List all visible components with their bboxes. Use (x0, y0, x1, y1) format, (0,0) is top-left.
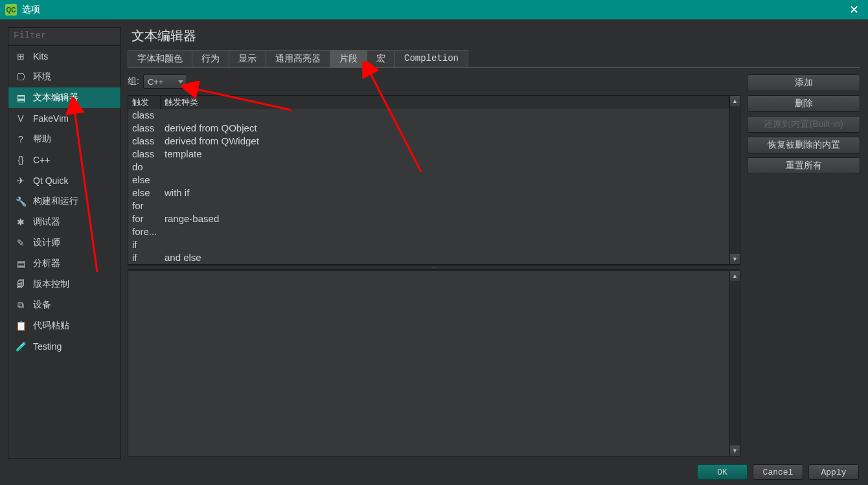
cell-trigger: if (132, 251, 165, 264)
table-row[interactable]: for (132, 199, 729, 212)
sidebar-item-analyzer[interactable]: ▤分析器 (8, 253, 120, 274)
pencil-icon: ✎ (15, 238, 27, 248)
tab-snippets[interactable]: 片段 (330, 50, 367, 67)
table-row[interactable]: forrange-based (132, 212, 729, 225)
sidebar-item-label: 构建和运行 (33, 196, 78, 207)
filter-input[interactable]: Filter (8, 28, 120, 46)
sidebar-item-help[interactable]: ?帮助 (8, 129, 120, 150)
sidebar-item-environment[interactable]: 🖵环境 (8, 67, 120, 87)
apply-button[interactable]: Apply (808, 464, 859, 480)
dialog-footer: OK Cancel Apply (0, 459, 868, 485)
table-row[interactable]: class (132, 109, 729, 122)
clipboard-icon: 📋 (15, 321, 27, 331)
help-icon: ? (15, 134, 27, 144)
sidebar-item-label: 调试器 (33, 216, 60, 228)
cell-trigger: do (132, 161, 165, 174)
restore-builtin-button: 还原到内置(Built-in) (747, 116, 860, 133)
tab-macros[interactable]: 宏 (367, 50, 395, 67)
table-row[interactable]: else (132, 174, 729, 186)
sidebar-item-qtquick[interactable]: ✈Qt Quick (8, 170, 120, 191)
sidebar-item-testing[interactable]: 🧪Testing (8, 336, 120, 357)
add-button[interactable]: 添加 (747, 74, 860, 91)
sidebar-item-label: 设备 (33, 299, 51, 311)
kits-icon: ⊞ (15, 51, 27, 62)
sidebar-item-text-editor[interactable]: ▤文本编辑器 (8, 87, 120, 108)
tab-font-colors[interactable]: 字体和颜色 (128, 50, 192, 67)
table-row[interactable]: classderived from QObject (132, 122, 729, 135)
sidebar-item-label: 代码粘贴 (33, 320, 69, 332)
tab-behavior[interactable]: 行为 (192, 50, 229, 67)
preview-scrollbar[interactable]: ▲ ▼ (729, 271, 740, 456)
sidebar-item-label: Testing (33, 341, 62, 352)
tab-bar: 字体和颜色 行为 显示 通用高亮器 片段 宏 Completion (128, 50, 860, 68)
sidebar-item-cpp[interactable]: {}C++ (8, 150, 120, 170)
tab-display[interactable]: 显示 (229, 50, 266, 67)
wrench-icon: 🔧 (15, 196, 27, 207)
table-row[interactable]: classderived from QWidget (132, 135, 729, 148)
sidebar-list: ⊞Kits 🖵环境 ▤文本编辑器 VFakeVim ?帮助 {}C++ ✈Qt … (8, 46, 120, 458)
cell-trigger: else (132, 174, 165, 186)
remove-button[interactable]: 删除 (747, 95, 860, 112)
sidebar-item-label: 环境 (33, 71, 51, 83)
table-row[interactable]: do (132, 161, 729, 174)
document-icon: ▤ (15, 93, 27, 103)
sidebar-item-designer[interactable]: ✎设计师 (8, 232, 120, 253)
sidebar-item-kits[interactable]: ⊞Kits (8, 46, 120, 67)
close-icon[interactable]: ✕ (845, 3, 863, 17)
table-row[interactable]: elsewith if (132, 186, 729, 199)
cell-variant (165, 174, 729, 186)
sidebar-item-version-control[interactable]: 🗐版本控制 (8, 274, 120, 295)
cell-trigger: for (132, 212, 165, 225)
sidebar-item-code-paste[interactable]: 📋代码粘贴 (8, 315, 120, 336)
cell-variant: with if (165, 186, 729, 199)
snippet-preview[interactable] (128, 271, 729, 456)
splitter-handle[interactable] (128, 265, 740, 270)
sidebar-item-label: 版本控制 (33, 278, 69, 290)
cell-trigger: class (132, 148, 165, 161)
sidebar-item-label: 帮助 (33, 133, 51, 145)
sidebar-item-label: Kits (33, 51, 48, 62)
scroll-down-icon[interactable]: ▼ (730, 446, 740, 456)
cell-trigger: class (132, 109, 165, 122)
cell-variant (165, 109, 729, 122)
cell-variant: template (165, 148, 729, 161)
chevron-down-icon (178, 80, 183, 84)
sidebar-item-fakevim[interactable]: VFakeVim (8, 108, 120, 129)
devices-icon: ⧉ (15, 300, 27, 311)
tab-completion[interactable]: Completion (394, 50, 468, 67)
sidebar-item-build-run[interactable]: 🔧构建和运行 (8, 191, 120, 212)
snippet-table[interactable]: 触发 触发种类 classclassderived from QObjectcl… (128, 96, 729, 264)
cell-variant (165, 199, 729, 212)
table-row[interactable]: classtemplate (132, 148, 729, 161)
group-combobox-value: C++ (148, 77, 164, 87)
titlebar: QC 选项 ✕ (0, 0, 868, 19)
sidebar-item-label: C++ (33, 155, 50, 165)
bug-icon: ✱ (15, 217, 27, 227)
cell-variant (165, 238, 729, 251)
sidebar-item-debugger[interactable]: ✱调试器 (8, 212, 120, 232)
reset-all-button[interactable]: 重置所有 (747, 157, 860, 174)
scroll-up-icon[interactable]: ▲ (730, 96, 740, 106)
table-scrollbar[interactable]: ▲ ▼ (729, 96, 740, 264)
group-combobox[interactable]: C++ (143, 74, 187, 89)
table-row[interactable]: ifand else (132, 251, 729, 264)
plane-icon: ✈ (15, 175, 27, 186)
braces-icon: {} (15, 155, 27, 165)
content-area: 文本编辑器 字体和颜色 行为 显示 通用高亮器 片段 宏 Completion … (128, 27, 860, 459)
th-trigger[interactable]: 触发 (128, 96, 161, 109)
th-variant[interactable]: 触发种类 (161, 96, 729, 109)
monitor-icon: 🖵 (15, 72, 27, 82)
sidebar-item-devices[interactable]: ⧉设备 (8, 295, 120, 315)
restore-removed-button[interactable]: 恢复被删除的内置 (747, 137, 860, 153)
cancel-button[interactable]: Cancel (753, 464, 803, 480)
cell-variant (165, 161, 729, 174)
table-row[interactable]: if (132, 238, 729, 251)
window-title: 选项 (22, 4, 845, 16)
tab-highlighter[interactable]: 通用高亮器 (266, 50, 330, 67)
ok-button[interactable]: OK (697, 464, 748, 480)
table-row[interactable]: fore... (132, 225, 729, 238)
vcs-icon: 🗐 (15, 279, 27, 289)
scroll-up-icon[interactable]: ▲ (730, 271, 740, 281)
scroll-down-icon[interactable]: ▼ (730, 254, 740, 264)
sidebar-item-label: 文本编辑器 (33, 92, 78, 104)
